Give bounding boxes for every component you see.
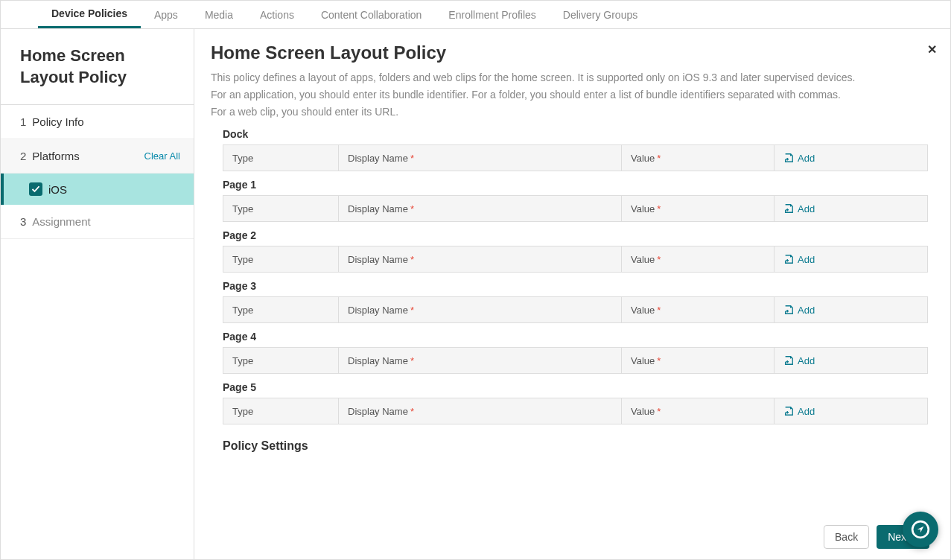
required-icon: *: [657, 355, 661, 366]
col-value: Value*: [622, 246, 775, 272]
navigate-fab[interactable]: [903, 512, 938, 547]
layout-sections: Dock Type Display Name* Value* Add Page …: [211, 128, 934, 424]
sidebar-title: Home Screen Layout Policy: [1, 29, 194, 105]
col-value: Value*: [622, 398, 775, 424]
checkbox-checked-icon[interactable]: [29, 182, 42, 196]
col-display-name: Display Name*: [339, 196, 622, 221]
col-display-name: Display Name*: [339, 297, 622, 322]
col-type: Type: [223, 348, 339, 373]
col-value: Value*: [622, 297, 775, 322]
policy-settings-heading: Policy Settings: [211, 439, 934, 453]
step-number: 1: [20, 115, 26, 128]
step-label: Assignment: [32, 215, 90, 228]
tab-delivery-groups[interactable]: Delivery Groups: [550, 1, 651, 28]
table-header-row: Type Display Name* Value* Add: [223, 296, 928, 323]
description: This policy defines a layout of apps, fo…: [211, 69, 934, 121]
desc-line: For an application, you should enter its…: [211, 86, 934, 104]
section-page5-label: Page 5: [223, 381, 928, 393]
platform-ios[interactable]: iOS: [1, 174, 194, 205]
table-header-row: Type Display Name* Value* Add: [223, 347, 928, 374]
back-button[interactable]: Back: [824, 525, 869, 549]
required-icon: *: [410, 254, 414, 265]
step-number: 3: [20, 215, 26, 228]
add-button[interactable]: Add: [775, 398, 927, 424]
step-label: Policy Info: [32, 115, 83, 128]
clear-all-link[interactable]: Clear All: [144, 150, 180, 162]
step-number: 2: [20, 150, 26, 162]
platform-label: iOS: [48, 183, 67, 196]
table-header-row: Type Display Name* Value* Add: [223, 398, 928, 424]
section-page2-label: Page 2: [223, 229, 928, 241]
section-page3-label: Page 3: [223, 280, 928, 292]
section-page1-label: Page 1: [223, 179, 928, 191]
close-icon[interactable]: ✕: [927, 42, 937, 57]
step-label-text: Platforms: [32, 150, 79, 162]
required-icon: *: [410, 153, 414, 164]
add-icon: [783, 305, 794, 315]
add-button[interactable]: Add: [775, 196, 927, 221]
col-type: Type: [223, 145, 339, 171]
add-icon: [783, 406, 794, 416]
add-button[interactable]: Add: [775, 246, 927, 272]
col-value: Value*: [622, 196, 775, 221]
required-icon: *: [657, 406, 661, 417]
col-display-name: Display Name*: [339, 348, 622, 373]
step-policy-info[interactable]: 1 Policy Info: [1, 105, 194, 139]
required-icon: *: [657, 254, 661, 265]
add-icon: [783, 355, 794, 366]
add-icon: [783, 153, 794, 163]
col-type: Type: [223, 196, 339, 221]
step-platforms[interactable]: 2 Platforms Clear All: [1, 139, 194, 174]
top-tabs: Device Policies Apps Media Actions Conte…: [1, 1, 950, 29]
section-dock-label: Dock: [223, 128, 928, 140]
add-button[interactable]: Add: [775, 297, 927, 322]
required-icon: *: [410, 355, 414, 366]
col-value: Value*: [622, 348, 775, 373]
table-header-row: Type Display Name* Value* Add: [223, 144, 928, 171]
tab-enrollment-profiles[interactable]: Enrollment Profiles: [435, 1, 550, 28]
table-header-row: Type Display Name* Value* Add: [223, 246, 928, 273]
col-type: Type: [223, 398, 339, 424]
add-icon: [783, 254, 794, 264]
required-icon: *: [410, 203, 414, 214]
section-page4-label: Page 4: [223, 331, 928, 343]
col-display-name: Display Name*: [339, 398, 622, 424]
main-content: ✕ Home Screen Layout Policy This policy …: [194, 29, 950, 559]
desc-line: For a web clip, you should enter its URL…: [211, 104, 934, 121]
desc-line: This policy defines a layout of apps, fo…: [211, 69, 934, 86]
col-value: Value*: [622, 145, 775, 171]
page-title: Home Screen Layout Policy: [211, 42, 934, 63]
col-display-name: Display Name*: [339, 246, 622, 272]
tab-apps[interactable]: Apps: [141, 1, 191, 28]
col-display-name: Display Name*: [339, 145, 622, 171]
required-icon: *: [410, 406, 414, 417]
add-button[interactable]: Add: [775, 145, 927, 171]
tab-device-policies[interactable]: Device Policies: [38, 1, 141, 28]
col-type: Type: [223, 246, 339, 272]
add-icon: [783, 203, 794, 214]
table-header-row: Type Display Name* Value* Add: [223, 195, 928, 222]
tab-actions[interactable]: Actions: [247, 1, 308, 28]
tab-media[interactable]: Media: [191, 1, 247, 28]
navigate-icon: [911, 520, 930, 539]
required-icon: *: [410, 305, 414, 316]
sidebar: Home Screen Layout Policy 1 Policy Info …: [1, 29, 194, 559]
step-assignment[interactable]: 3 Assignment: [1, 205, 194, 239]
required-icon: *: [657, 203, 661, 214]
add-button[interactable]: Add: [775, 348, 927, 373]
required-icon: *: [657, 153, 661, 164]
tab-content-collaboration[interactable]: Content Collaboration: [308, 1, 435, 28]
required-icon: *: [657, 305, 661, 316]
col-type: Type: [223, 297, 339, 322]
